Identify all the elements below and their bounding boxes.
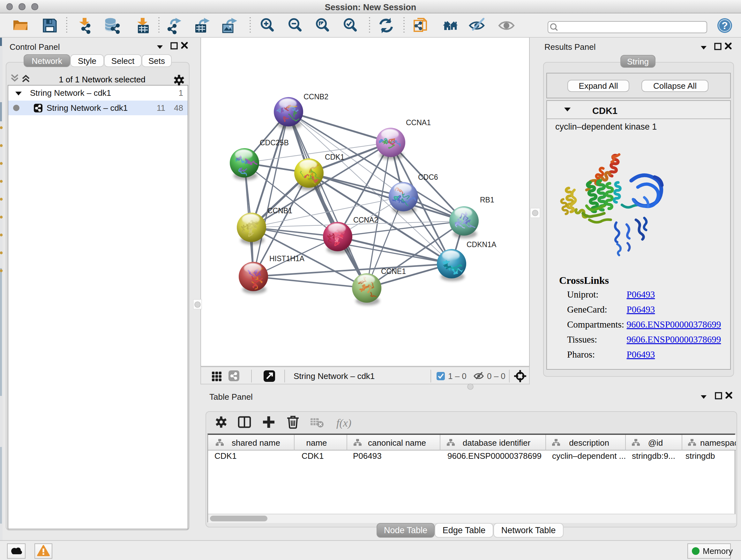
svg-text:11: 11 <box>157 103 165 113</box>
svg-text:Pharos:: Pharos: <box>567 349 595 360</box>
svg-text:CDC6: CDC6 <box>418 173 438 181</box>
svg-text:stringdb:9...: stringdb:9... <box>632 451 675 461</box>
svg-text:Uniprot:: Uniprot: <box>567 289 598 300</box>
svg-text:f(x): f(x) <box>336 417 351 429</box>
svg-text:CCNB1: CCNB1 <box>267 206 292 215</box>
svg-text:CDK1: CDK1 <box>592 106 617 116</box>
svg-text:9606.ENSP00000378699: 9606.ENSP00000378699 <box>627 319 721 329</box>
svg-text:?: ? <box>722 20 728 31</box>
svg-text:CDK1: CDK1 <box>325 153 344 161</box>
svg-text:CCNA1: CCNA1 <box>406 118 431 127</box>
svg-text:P06493: P06493 <box>627 349 655 360</box>
svg-text:CDK1: CDK1 <box>301 451 324 461</box>
svg-text:@id: @id <box>648 438 663 448</box>
svg-text:String Network – cdk1: String Network – cdk1 <box>47 103 128 113</box>
svg-text:String Network – cdk1: String Network – cdk1 <box>293 371 375 381</box>
svg-text:String Network – cdk1: String Network – cdk1 <box>30 88 111 98</box>
svg-text:canonical name: canonical name <box>368 438 426 448</box>
svg-text:P06493: P06493 <box>627 289 655 300</box>
svg-text:1: 1 <box>179 88 183 98</box>
svg-text:1 – 0: 1 – 0 <box>448 371 467 381</box>
svg-text:CrossLinks: CrossLinks <box>559 274 609 286</box>
svg-text:Compartments:: Compartments: <box>567 319 624 329</box>
svg-text:9606.ENSP00000378699: 9606.ENSP00000378699 <box>448 451 542 461</box>
svg-text:0 – 0: 0 – 0 <box>487 371 506 381</box>
svg-text:HIST1H1A: HIST1H1A <box>269 254 305 263</box>
svg-text:namespac: namespac <box>700 438 736 448</box>
svg-text:48: 48 <box>174 103 183 113</box>
svg-text:Tissues:: Tissues: <box>567 334 597 345</box>
svg-text:CCNE1: CCNE1 <box>381 267 406 275</box>
svg-text:CCNA2: CCNA2 <box>353 216 378 224</box>
svg-text:9606.ENSP00000378699: 9606.ENSP00000378699 <box>627 334 721 345</box>
svg-text:P06493: P06493 <box>353 451 382 461</box>
svg-text:description: description <box>569 438 609 448</box>
svg-text:P06493: P06493 <box>627 304 655 314</box>
svg-text:CDC25B: CDC25B <box>260 138 289 147</box>
svg-text:name: name <box>306 438 327 448</box>
svg-text:cyclin–dependent ...: cyclin–dependent ... <box>552 451 626 461</box>
svg-text:database identifier: database identifier <box>463 438 531 448</box>
svg-text:cyclin–dependent kinase 1: cyclin–dependent kinase 1 <box>555 122 657 132</box>
svg-text:RB1: RB1 <box>480 196 494 204</box>
svg-text:CDK1: CDK1 <box>214 451 237 461</box>
svg-text:Memory: Memory <box>703 546 733 556</box>
svg-text:GeneCard:: GeneCard: <box>567 304 607 314</box>
svg-text:shared name: shared name <box>232 438 280 448</box>
svg-text:stringdb: stringdb <box>685 451 715 461</box>
svg-text:CDKN1A: CDKN1A <box>467 240 496 249</box>
svg-text:CCNB2: CCNB2 <box>304 92 328 101</box>
